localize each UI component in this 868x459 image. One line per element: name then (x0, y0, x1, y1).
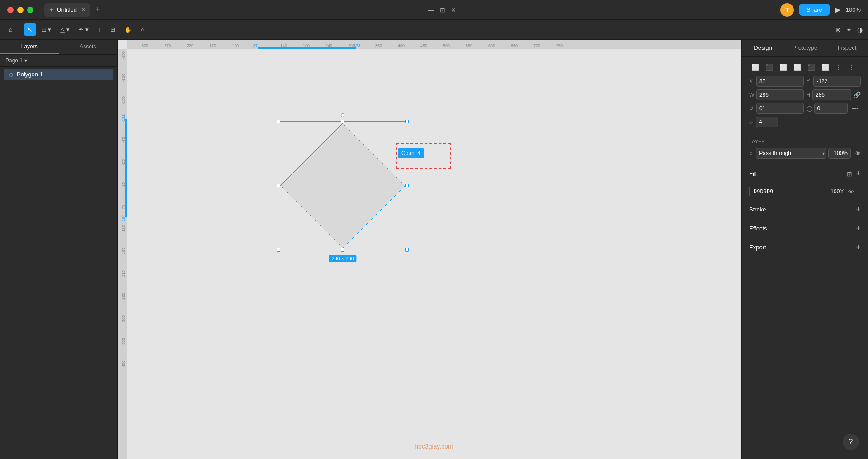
count-tooltip: Count 4 (398, 148, 424, 158)
fill-hex-input[interactable] (754, 188, 823, 195)
fill-remove-button[interactable]: — (857, 188, 863, 195)
toolbar-right: ⊗ ✦ ◑ (835, 26, 863, 33)
contrast-icon[interactable]: ◑ (857, 26, 863, 33)
watermark: hoc3giay.com (415, 443, 453, 450)
fill-add-button[interactable]: + (856, 169, 861, 178)
design-tab[interactable]: Design (742, 40, 784, 56)
polygon-container[interactable]: 286 × 286 (278, 121, 407, 250)
text-icon: T (98, 26, 101, 33)
rotation-handle[interactable] (341, 113, 344, 117)
shape-icon: △ ▾ (60, 26, 70, 33)
tab-untitled[interactable]: ✦ Untitled ✕ (44, 3, 90, 17)
maximize-window-button[interactable] (27, 7, 33, 13)
lock-aspect-icon[interactable]: 🔗 (853, 91, 861, 98)
rotation-input[interactable] (756, 103, 804, 114)
select-icon: ↖ (28, 26, 33, 33)
home-button[interactable]: ⌂ (5, 23, 16, 36)
x-input[interactable] (756, 76, 804, 87)
stroke-section-header: Stroke + (742, 200, 868, 219)
canvas-content[interactable]: 286 × 286 Count 4 hoc3giay.com (127, 49, 741, 459)
page-selector[interactable]: Page 1 ▾ (0, 55, 117, 67)
align-center-h-button[interactable]: ⬛ (763, 62, 775, 72)
coord-xy: X Y (749, 76, 861, 87)
window-controls (0, 7, 41, 13)
y-label: Y (807, 78, 812, 84)
align-middle-v-button[interactable]: ⬛ (805, 62, 817, 72)
polygon-layer-icon: ◇ (9, 71, 13, 78)
align-top-button[interactable]: ⬜ (791, 62, 803, 72)
toolbar: ⌂ ↖ ⊡ ▾ △ ▾ ✒ ▾ T ⊞ ✋ ○ ⊗ ✦ ◑ (0, 20, 868, 40)
polygon-count-row: ◇ (749, 117, 861, 127)
zoom-label[interactable]: 100% (846, 6, 861, 13)
align-right-button[interactable]: ⬜ (777, 62, 789, 72)
ruler-left: -250 -200 -150 -122 -75 -25 25 75 164 12… (118, 49, 127, 459)
align-bottom-button[interactable]: ⬜ (819, 62, 831, 72)
select-tool-button[interactable]: ↖ (24, 23, 36, 36)
share-button[interactable]: Share (799, 4, 830, 16)
export-section-header: Export + (742, 238, 868, 257)
fill-section-title: Fill (749, 170, 757, 177)
stroke-section-title: Stroke (749, 206, 766, 213)
radius-input[interactable] (814, 103, 848, 114)
text-tool-button[interactable]: T (94, 23, 105, 36)
comment-icon: ○ (141, 26, 144, 33)
panel-tabs: Layers Assets (0, 40, 117, 55)
nav-icons: — ⊡ ✕ (428, 6, 456, 14)
polygon-count-input[interactable] (756, 117, 778, 127)
blend-circle-icon: ○ (749, 150, 752, 156)
avatar[interactable]: T (780, 3, 794, 17)
title-right: T Share ▶ 100% (780, 3, 868, 17)
fill-opacity-input[interactable] (826, 188, 844, 195)
inspect-tab[interactable]: Inspect (826, 40, 868, 56)
hand-tool-button[interactable]: ✋ (121, 23, 135, 36)
canvas-area[interactable]: -320 -270 -220 -170 -120 87 140 190 240 … (118, 40, 741, 459)
w-field-group: W (749, 89, 804, 100)
close-window-button[interactable] (7, 7, 14, 13)
rotation-label: ↺ (749, 105, 755, 112)
tab-close-icon[interactable]: ✕ (81, 7, 85, 13)
multiplayer-icon[interactable]: ✦ (846, 26, 852, 33)
component-tool-button[interactable]: ⊞ (107, 23, 119, 36)
distribute-h-button[interactable]: ⋮ (833, 62, 844, 72)
align-row-1: ⬜ ⬛ ⬜ ⬜ ⬛ ⬜ ⋮ ⋮ (749, 62, 861, 72)
extra-row: ↺ ◯ ••• (749, 103, 861, 114)
visibility-toggle[interactable]: 👁 (854, 150, 861, 157)
effects-add-button[interactable]: + (856, 224, 861, 233)
w-label: W (749, 92, 755, 98)
new-tab-button[interactable]: + (92, 5, 104, 14)
w-input[interactable] (756, 89, 804, 100)
h-input[interactable] (812, 89, 851, 100)
more-options-button[interactable]: ••• (849, 103, 861, 113)
fill-color-swatch[interactable] (749, 187, 750, 196)
stroke-add-button[interactable]: + (856, 205, 861, 214)
page-name: Page 1 (5, 57, 23, 64)
window-close-icon: ✕ (451, 6, 456, 14)
home-icon: ⌂ (9, 26, 13, 33)
frame-tool-button[interactable]: ⊡ ▾ (38, 23, 55, 36)
y-input[interactable] (813, 76, 861, 87)
assets-tab[interactable]: Assets (59, 40, 118, 54)
frame-icon: ⊡ ▾ (42, 26, 52, 33)
titlebar: ✦ Untitled ✕ + — ⊡ ✕ T Share ▶ 100% (0, 0, 868, 20)
prototype-tab[interactable]: Prototype (784, 40, 826, 56)
minimize-window-button[interactable] (17, 7, 24, 13)
pen-tool-button[interactable]: ✒ ▾ (75, 23, 92, 36)
blend-mode-select[interactable]: Pass through Normal Multiply Screen Over… (756, 148, 826, 159)
hand-icon: ✋ (124, 26, 132, 33)
play-button[interactable]: ▶ (835, 5, 840, 14)
help-button[interactable]: ? (843, 434, 859, 450)
comment-tool-button[interactable]: ○ (137, 23, 148, 36)
opacity-input[interactable] (828, 148, 851, 159)
layer-item-polygon1[interactable]: ◇ Polygon 1 (4, 69, 113, 80)
ruler-top: -320 -270 -220 -170 -120 87 140 190 240 … (127, 40, 741, 49)
layers-tab[interactable]: Layers (0, 40, 59, 54)
fill-visibility-button[interactable]: 👁 (848, 188, 854, 195)
mirror-icon[interactable]: ⊗ (835, 26, 841, 33)
fill-style-button[interactable]: ⊞ (847, 170, 852, 178)
layer-section: Layer ○ Pass through Normal Multiply Scr… (742, 133, 868, 164)
align-left-button[interactable]: ⬜ (749, 62, 761, 72)
distribute-v-button[interactable]: ⋮ (846, 62, 857, 72)
shape-tool-button[interactable]: △ ▾ (57, 23, 73, 36)
svg-marker-0 (280, 123, 405, 248)
export-add-button[interactable]: + (856, 243, 861, 252)
